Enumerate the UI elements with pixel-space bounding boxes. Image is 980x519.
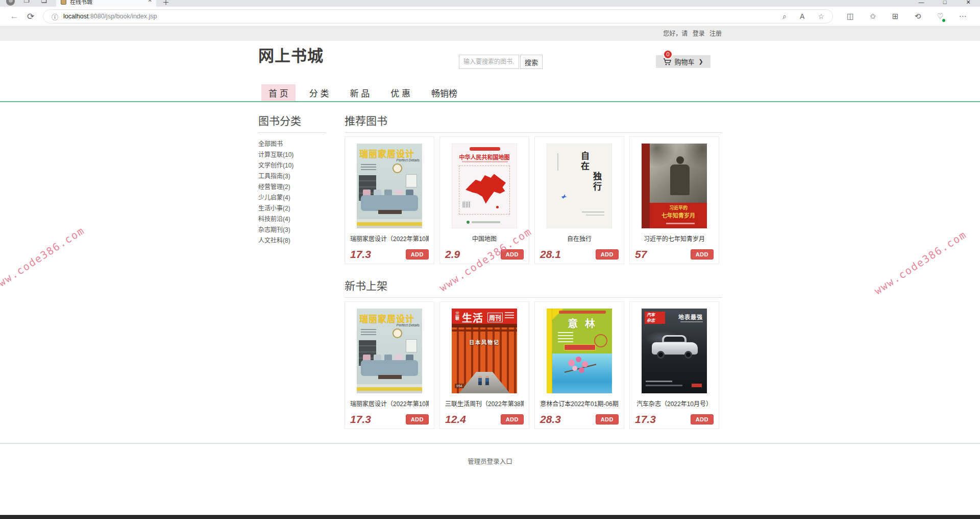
book-title[interactable]: 意林合订本2022年01期-06期 — [540, 399, 619, 408]
tab-actions-icon[interactable]: ❏ — [41, 0, 47, 4]
minimize-button[interactable]: — — [910, 0, 933, 6]
vertical-line-shape — [557, 153, 558, 171]
person-head-shape — [676, 156, 684, 164]
greeting-prefix: 您好，请 — [663, 30, 688, 37]
add-to-cart-button[interactable]: ADD — [501, 414, 524, 424]
sidebar-item-literature[interactable]: 文学创作(10) — [258, 160, 326, 171]
address-bar[interactable]: ⓘ localhost:8080/jsp/book/index.jsp ⌕ A … — [43, 9, 833, 23]
collections-icon[interactable]: ⊞ — [884, 12, 906, 21]
site-info-icon[interactable]: ⓘ — [52, 12, 58, 21]
torii-beam-shape — [452, 324, 517, 327]
sidebar-item-all[interactable]: 全部图书 — [258, 139, 326, 150]
url-text[interactable]: localhost:8080/jsp/book/index.jsp — [63, 13, 157, 20]
register-link[interactable]: 注册 — [709, 30, 722, 37]
wall-clock-shape — [393, 163, 402, 173]
sidebar-item-computing[interactable]: 计算互联(10) — [258, 150, 326, 160]
cover-text-bar — [586, 215, 604, 216]
sidebar-item-tech[interactable]: 科技前沿(4) — [258, 214, 326, 225]
close-button[interactable]: ✕ — [957, 0, 980, 6]
book-cover-yilin[interactable]: 意 林 — [547, 309, 612, 393]
book-title[interactable]: 瑞丽家居设计（2022年第10期 — [350, 234, 429, 243]
nav-item-new[interactable]: 新 品 — [342, 84, 377, 101]
torii-beam-shape — [452, 329, 517, 332]
add-to-cart-button[interactable]: ADD — [691, 249, 714, 260]
workspaces-icon[interactable]: ❐ — [23, 0, 30, 4]
book-cover-china-map[interactable]: 中华人民共和国地图 — [452, 144, 517, 228]
cover-feature-text: 日本风物记 — [452, 338, 517, 346]
book-card: 三联 生活 周刊 日本风物记 95 — [439, 301, 529, 429]
add-to-cart-button[interactable]: ADD — [596, 249, 619, 260]
cart-button[interactable]: 0 购物车 ❯ — [656, 55, 710, 68]
favorite-star-icon[interactable]: ☆ — [818, 12, 824, 20]
chevron-right-icon: ❯ — [698, 58, 703, 65]
book-cover-car[interactable]: 汽车杂志 地表最强 — [642, 309, 707, 393]
search-area: 搜索 — [459, 55, 543, 69]
sidebar-item-magazines[interactable]: 杂志期刊(3) — [258, 225, 326, 235]
nav-item-categories[interactable]: 分 类 — [302, 84, 336, 101]
book-title[interactable]: 瑞丽家居设计（2022年第10期 — [350, 399, 429, 408]
admin-login-link[interactable]: 管理员登录入口 — [0, 456, 980, 466]
refresh-icon[interactable]: ⟳ — [22, 11, 39, 22]
book-title[interactable]: 自在独行 — [540, 234, 619, 243]
search-button[interactable]: 搜索 — [520, 55, 543, 69]
book-title[interactable]: 汽车杂志（2022年10月号） — [635, 399, 714, 408]
read-aloud-icon[interactable]: A — [800, 12, 804, 20]
nav-item-home[interactable]: 首 页 — [261, 84, 296, 101]
book-cover-sanlian[interactable]: 三联 生活 周刊 日本风物记 95 — [452, 309, 517, 393]
book-cover-ruili[interactable]: 瑞丽家居设计 Perfect Details — [357, 309, 422, 393]
search-input[interactable] — [459, 55, 519, 69]
car-window-shape — [664, 337, 684, 342]
nav-item-deals[interactable]: 优 惠 — [383, 84, 418, 101]
sidebar-item-children[interactable]: 少儿启蒙(4) — [258, 193, 326, 203]
more-menu-icon[interactable]: ⋯ — [951, 12, 974, 21]
publisher-text-bar — [666, 223, 695, 224]
cover-banner-shape — [470, 147, 500, 151]
book-title[interactable]: 三联生活周刊（2022年第38期 — [445, 399, 524, 408]
book-title[interactable]: 习近平的七年知青岁月 — [635, 234, 714, 243]
sidebar-item-humanities[interactable]: 人文社科(8) — [258, 235, 326, 246]
sidebar-item-tools[interactable]: 工具指南(3) — [258, 171, 326, 182]
book-cover-ruili[interactable]: 瑞丽家居设计 Perfect Details — [357, 144, 422, 228]
profile-avatar-icon[interactable] — [6, 0, 15, 6]
maximize-button[interactable]: □ — [933, 0, 957, 6]
book-cover-duxing[interactable]: 自在 独行 — [547, 144, 612, 228]
tab-close-icon[interactable]: ✕ — [148, 0, 152, 3]
login-link[interactable]: 登录 — [693, 30, 705, 37]
screen: ❐ ❏ 在线书城 ✕ ＋ — □ ✕ ← ⟳ ⓘ localhost:8080/… — [0, 0, 980, 519]
section-title: 新书上架 — [345, 279, 722, 293]
sidebar-item-life[interactable]: 生活小事(2) — [258, 203, 326, 214]
favorites-bar-icon[interactable]: ✩ — [862, 12, 884, 21]
car-wheel-shape — [684, 351, 692, 359]
sofa-shape — [361, 360, 418, 376]
book-grid: 瑞丽家居设计 Perfect Details — [345, 136, 722, 264]
book-cover-qizheng[interactable]: 习近平的 七年知青岁月 — [642, 144, 707, 228]
add-to-cart-button[interactable]: ADD — [501, 249, 524, 260]
cover-title-text: 周刊 — [487, 313, 503, 322]
add-to-cart-button[interactable]: ADD — [406, 249, 429, 260]
add-to-cart-button[interactable]: ADD — [691, 414, 714, 424]
add-to-cart-button[interactable]: ADD — [406, 414, 429, 424]
url-host: localhost — [63, 13, 88, 20]
back-icon[interactable]: ← — [6, 11, 22, 21]
add-to-cart-button[interactable]: ADD — [596, 414, 619, 424]
book-price: 17.3 — [350, 413, 371, 426]
history-icon[interactable]: ⟲ — [906, 12, 929, 21]
cover-title-text: 瑞丽家居设计 — [359, 312, 421, 324]
cover-title-text: 习近平的 — [650, 204, 707, 211]
page-content: 图书分类 全部图书 计算互联(10) 文学创作(10) 工具指南(3) 经营管理… — [0, 101, 980, 516]
browser-tab-strip: ❐ ❏ 在线书城 ✕ ＋ — □ ✕ — [0, 0, 980, 7]
new-arrivals-section: 新书上架 瑞丽家居设计 Perfect Details — [345, 279, 722, 429]
browser-essentials-icon[interactable]: ♡ — [929, 12, 951, 21]
book-title[interactable]: 中国地图 — [445, 234, 524, 243]
car-wheel-shape — [657, 351, 665, 359]
split-screen-icon[interactable]: ◫ — [839, 12, 862, 21]
zoom-icon[interactable]: ⌕ — [782, 12, 787, 21]
island-dot-shape — [496, 206, 499, 208]
top-greeting-band: 您好，请 登录 注册 — [0, 27, 980, 41]
sidebar-item-management[interactable]: 经营管理(2) — [258, 182, 326, 193]
cover-subtitle-text: Perfect Details — [396, 323, 420, 327]
bottom-edge-strip — [0, 515, 980, 519]
new-tab-button[interactable]: ＋ — [162, 0, 169, 7]
browser-tab[interactable]: 在线书城 ✕ — [56, 0, 156, 7]
nav-item-bestsellers[interactable]: 畅销榜 — [424, 84, 464, 101]
